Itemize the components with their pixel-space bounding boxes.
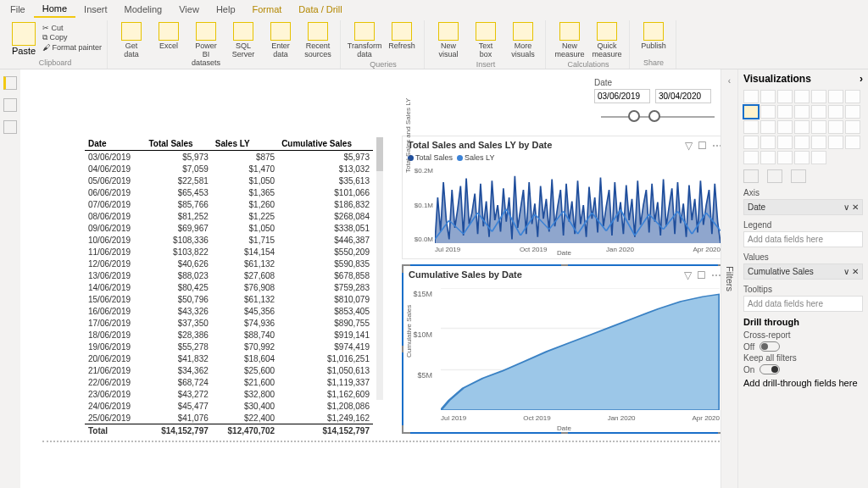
viz-type-25[interactable] — [811, 136, 826, 149]
model-view-icon[interactable] — [3, 120, 17, 134]
table-row[interactable]: 16/06/2019$43,326$45,356$853,405 — [85, 305, 373, 317]
chart-cumulative-sales[interactable]: Cumulative Sales by Date ▽ ☐ ⋯ Cumulativ… — [402, 264, 726, 434]
table-header[interactable]: Cumulative Sales — [278, 137, 373, 151]
viz-type-24[interactable] — [794, 136, 810, 149]
axis-field-well[interactable]: Date∨ ✕ — [743, 199, 863, 215]
ribbon-btn-transform-data[interactable]: Transformdata — [348, 22, 381, 59]
tab-help[interactable]: Help — [208, 2, 244, 17]
viz-type-21[interactable] — [743, 136, 759, 149]
tab-modeling[interactable]: Modeling — [116, 2, 171, 17]
focus-icon[interactable]: ☐ — [697, 269, 706, 281]
viz-type-11[interactable] — [811, 105, 826, 119]
table-row[interactable]: 03/06/2019$5,973$875$5,973 — [85, 151, 373, 164]
tab-file[interactable]: File — [2, 2, 34, 17]
viz-type-3[interactable] — [794, 90, 810, 103]
viz-type-17[interactable] — [794, 120, 810, 134]
viz-type-12[interactable] — [828, 105, 843, 119]
slicer-to-input[interactable] — [655, 89, 711, 103]
table-visual[interactable]: DateTotal SalesSales LYCumulative Sales … — [85, 137, 373, 400]
analytics-tab-icon[interactable] — [791, 169, 806, 183]
slicer-knob-left[interactable] — [628, 110, 640, 122]
viz-type-20[interactable] — [845, 120, 860, 134]
viz-type-16[interactable] — [777, 120, 793, 134]
table-row[interactable]: 10/06/2019$108,336$1,715$446,387 — [85, 234, 373, 246]
table-row[interactable]: 06/06/2019$65,453$1,365$101,066 — [85, 186, 373, 198]
table-row[interactable]: 23/06/2019$43,272$32,800$1,162,609 — [85, 388, 373, 400]
ribbon-btn-excel[interactable]: Excel — [152, 22, 186, 51]
filters-pane-collapsed[interactable]: ‹ Filters — [721, 69, 737, 488]
table-row[interactable]: 07/06/2019$85,766$1,260$186,832 — [85, 198, 373, 210]
table-row[interactable]: 08/06/2019$81,252$1,225$268,084 — [85, 210, 373, 222]
tooltips-field-well[interactable]: Add data fields here — [743, 296, 863, 312]
viz-type-30[interactable] — [777, 151, 793, 164]
viz-type-9[interactable] — [777, 105, 793, 119]
viz-type-14[interactable] — [743, 120, 759, 134]
drillthrough-field-well[interactable]: Add drill-through fields here — [743, 378, 863, 388]
viz-type-31[interactable] — [794, 151, 810, 164]
fields-tab-icon[interactable] — [743, 169, 759, 183]
expand-filters-icon[interactable]: ‹ — [728, 76, 731, 86]
table-row[interactable]: 05/06/2019$22,581$1,050$35,613 — [85, 175, 373, 186]
table-row[interactable]: 17/06/2019$37,350$74,936$890,755 — [85, 317, 373, 329]
ribbon-btn-refresh[interactable]: Refresh — [385, 22, 419, 51]
viz-type-4[interactable] — [811, 90, 826, 103]
viz-type-2[interactable] — [777, 90, 793, 103]
table-header[interactable]: Total Sales — [145, 137, 211, 151]
viz-type-19[interactable] — [828, 120, 843, 134]
viz-type-8[interactable] — [760, 105, 776, 119]
copy-button[interactable]: ⧉ Copy — [42, 33, 102, 42]
ribbon-btn-get-data[interactable]: Getdata — [114, 22, 148, 59]
table-row[interactable]: 20/06/2019$41,832$18,604$1,016,251 — [85, 352, 373, 364]
viz-type-1[interactable] — [760, 90, 776, 103]
chart-total-sales-ly[interactable]: Total Sales and Sales LY by Date ▽ ☐ ⋯ T… — [402, 136, 726, 259]
viz-type-13[interactable] — [845, 105, 860, 119]
tab-data-drill[interactable]: Data / Drill — [290, 2, 350, 17]
ribbon-btn-more-visuals[interactable]: Morevisuals — [506, 22, 540, 59]
table-row[interactable]: 18/06/2019$28,386$88,740$919,141 — [85, 329, 373, 341]
cross-report-toggle[interactable] — [760, 341, 780, 352]
table-row[interactable]: 22/06/2019$68,724$21,600$1,119,337 — [85, 376, 373, 388]
ribbon-btn-recent-sources[interactable]: Recentsources — [301, 22, 335, 59]
ribbon-btn-text-box[interactable]: Textbox — [469, 22, 503, 59]
ribbon-btn-new-visual[interactable]: Newvisual — [431, 22, 465, 59]
ribbon-btn-quick-measure[interactable]: Quickmeasure — [590, 22, 624, 59]
table-row[interactable]: 19/06/2019$55,278$70,992$974,419 — [85, 341, 373, 352]
data-view-icon[interactable] — [3, 98, 17, 112]
slicer-knob-right[interactable] — [648, 110, 660, 122]
viz-type-10[interactable] — [794, 105, 810, 119]
ribbon-btn-new-measure[interactable]: Newmeasure — [553, 22, 587, 59]
legend-field-well[interactable]: Add data fields here — [743, 231, 863, 247]
viz-type-26[interactable] — [828, 136, 843, 149]
ribbon-btn-power-bi-datasets[interactable]: PowerBI datasets — [189, 22, 223, 68]
ribbon-btn-enter-data[interactable]: Enterdata — [264, 22, 298, 59]
collapse-pane-icon[interactable]: › — [860, 73, 863, 85]
report-canvas[interactable]: Date DateTotal SalesSales LYCumulative S… — [20, 69, 737, 488]
tab-insert[interactable]: Insert — [75, 2, 116, 17]
table-scrollbar[interactable] — [376, 137, 383, 400]
viz-type-27[interactable] — [845, 136, 860, 149]
slicer-track[interactable] — [594, 108, 721, 125]
table-row[interactable]: 12/06/2019$40,626$61,132$590,835 — [85, 258, 373, 269]
table-row[interactable]: 09/06/2019$69,967$1,050$338,051 — [85, 222, 373, 234]
ribbon-btn-sql-server[interactable]: SQLServer — [226, 22, 260, 59]
viz-type-18[interactable] — [811, 120, 826, 134]
paste-button[interactable]: Paste — [8, 22, 39, 56]
report-view-icon[interactable] — [3, 76, 17, 90]
table-row[interactable]: 13/06/2019$88,023$27,608$678,858 — [85, 269, 373, 281]
table-row[interactable]: 21/06/2019$34,362$25,600$1,050,613 — [85, 364, 373, 376]
tab-view[interactable]: View — [170, 2, 208, 17]
filter-icon[interactable]: ▽ — [684, 269, 692, 281]
viz-type-29[interactable] — [760, 151, 776, 164]
filter-icon[interactable]: ▽ — [685, 140, 693, 152]
table-row[interactable]: 25/06/2019$41,076$22,400$1,249,162 — [85, 412, 373, 424]
focus-icon[interactable]: ☐ — [698, 140, 707, 152]
viz-type-15[interactable] — [760, 120, 776, 134]
table-row[interactable]: 04/06/2019$7,059$1,470$13,032 — [85, 163, 373, 175]
table-header[interactable]: Sales LY — [212, 137, 278, 151]
viz-type-23[interactable] — [777, 136, 793, 149]
table-row[interactable]: 15/06/2019$50,796$61,132$810,079 — [85, 293, 373, 305]
viz-type-7[interactable] — [743, 105, 759, 119]
ribbon-btn-publish[interactable]: Publish — [637, 22, 670, 51]
viz-type-32[interactable] — [811, 151, 826, 164]
table-row[interactable]: 11/06/2019$103,822$14,154$550,209 — [85, 246, 373, 258]
